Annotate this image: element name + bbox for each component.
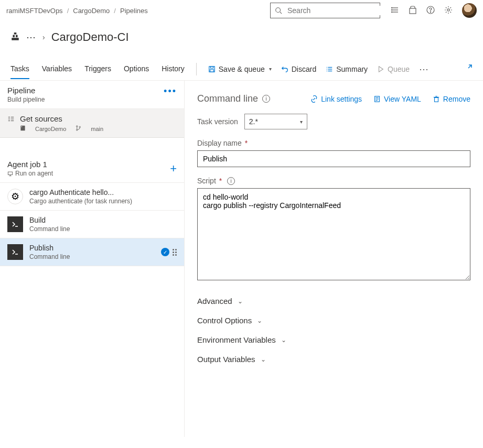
task-version-label: Task version [197, 117, 238, 126]
search-input[interactable] [286, 6, 380, 15]
link-icon [310, 95, 318, 103]
search-input-container[interactable] [270, 3, 380, 18]
breadcrumb-sep: / [114, 7, 116, 15]
svg-rect-12 [12, 38, 19, 40]
discard-button[interactable]: Discard [281, 65, 316, 73]
task-cargo-authenticate[interactable]: ⚙ cargo Authenticate hello... Cargo auth… [0, 183, 184, 211]
svg-line-1 [280, 12, 282, 14]
breadcrumb-sep: / [67, 7, 69, 15]
task-sub: Command line [29, 225, 70, 233]
page-title: CargoDemo-CI [51, 30, 129, 44]
task-build[interactable]: Build Command line [0, 211, 184, 238]
display-name-input[interactable] [197, 150, 470, 167]
advanced-toggle[interactable]: Advanced⌄ [197, 291, 470, 311]
tab-tasks[interactable]: Tasks [10, 59, 29, 79]
pipeline-name: Pipeline [7, 86, 45, 95]
task-sub: Command line [29, 253, 70, 260]
control-options-toggle[interactable]: Control Options⌄ [197, 311, 470, 330]
sources-icon [7, 114, 15, 132]
breadcrumb-project[interactable]: CargoDemo [73, 7, 110, 15]
discard-label: Discard [292, 65, 316, 73]
chevron-right-icon: › [42, 33, 45, 41]
summary-button[interactable]: Summary [326, 65, 368, 73]
breadcrumb-section[interactable]: Pipelines [120, 7, 148, 15]
save-queue-label: Save & queue [219, 65, 265, 73]
chevron-down-icon: ⌄ [281, 336, 286, 344]
trash-icon [433, 95, 440, 103]
divider [196, 63, 197, 75]
output-vars-toggle[interactable]: Output Variables⌄ [197, 349, 470, 369]
agent-job[interactable]: Agent job 1 Run on agent + [0, 152, 184, 183]
queue-label: Queue [388, 65, 410, 73]
svg-rect-14 [16, 35, 17, 37]
info-icon[interactable]: i [262, 95, 270, 103]
info-icon[interactable]: i [227, 177, 235, 185]
marketplace-icon[interactable] [409, 6, 417, 16]
tab-history[interactable]: History [162, 59, 185, 79]
breadcrumb: ramiMSFTDevOps / CargoDemo / Pipelines [6, 7, 148, 15]
summary-label: Summary [336, 65, 368, 73]
help-icon[interactable] [426, 6, 435, 16]
svg-point-6 [392, 9, 392, 10]
pipeline-header[interactable]: Pipeline Build pipeline ••• [0, 81, 184, 109]
check-icon: ✓ [161, 248, 169, 256]
view-yaml-button[interactable]: View YAML [373, 95, 421, 103]
breadcrumb-org[interactable]: ramiMSFTDevOps [6, 7, 63, 15]
env-vars-toggle[interactable]: Environment Variables⌄ [197, 330, 470, 349]
svg-point-11 [447, 8, 449, 10]
tab-triggers[interactable]: Triggers [84, 59, 111, 79]
settings-icon[interactable] [444, 6, 453, 16]
task-publish[interactable]: Publish Command line ✓ [0, 238, 184, 266]
link-settings-button[interactable]: Link settings [310, 95, 362, 103]
tab-options[interactable]: Options [124, 59, 149, 79]
panel-title: Command line i [197, 93, 270, 104]
agent-icon [7, 171, 13, 177]
drag-handle-icon[interactable] [173, 249, 177, 256]
rust-icon: ⚙ [7, 189, 23, 204]
task-version-select[interactable]: 2.* ▾ [244, 114, 307, 129]
sources-name: Get sources [20, 114, 103, 123]
svg-rect-15 [14, 32, 17, 34]
svg-point-10 [430, 12, 431, 12]
task-name: Build [29, 216, 70, 224]
avatar[interactable] [462, 3, 477, 18]
list-icon [326, 65, 333, 73]
queue-button: Queue [377, 65, 410, 73]
terminal-icon [7, 216, 23, 232]
more-actions-icon[interactable]: ⋯ [419, 63, 430, 75]
pipeline-icon [10, 32, 20, 43]
svg-rect-43 [434, 97, 438, 102]
save-queue-button[interactable]: Save & queue ▾ [208, 65, 272, 73]
get-sources[interactable]: Get sources CargoDemo main [0, 109, 184, 138]
terminal-icon [7, 244, 23, 260]
svg-point-0 [276, 8, 281, 13]
task-sub: Cargo authenticate (for task runners) [29, 198, 132, 205]
fullscreen-icon[interactable] [464, 64, 473, 74]
remove-button[interactable]: Remove [433, 95, 470, 103]
play-icon [377, 65, 384, 73]
pipeline-sub: Build pipeline [7, 96, 45, 103]
repo-icon [20, 125, 26, 132]
svg-rect-8 [410, 8, 416, 14]
svg-point-5 [392, 7, 392, 8]
undo-icon [281, 65, 288, 73]
tab-variables[interactable]: Variables [42, 59, 72, 79]
task-name: cargo Authenticate hello... [29, 188, 132, 196]
chevron-down-icon: ⌄ [257, 317, 262, 324]
svg-rect-13 [13, 35, 15, 37]
sources-branch: main [91, 126, 103, 132]
add-task-button[interactable]: + [170, 162, 177, 176]
chevron-down-icon: ⌄ [238, 298, 243, 305]
title-more-icon[interactable]: ⋯ [26, 35, 36, 40]
svg-point-7 [392, 12, 392, 12]
svg-point-32 [77, 129, 78, 130]
script-input[interactable] [197, 188, 470, 280]
yaml-icon [373, 95, 381, 103]
svg-point-33 [79, 126, 80, 127]
work-items-icon[interactable] [391, 6, 399, 16]
svg-rect-18 [210, 69, 213, 71]
search-icon [275, 7, 282, 14]
chevron-down-icon: ▾ [269, 66, 272, 72]
pipeline-more-icon[interactable]: ••• [164, 86, 177, 97]
display-name-label: Display name * [197, 139, 248, 147]
